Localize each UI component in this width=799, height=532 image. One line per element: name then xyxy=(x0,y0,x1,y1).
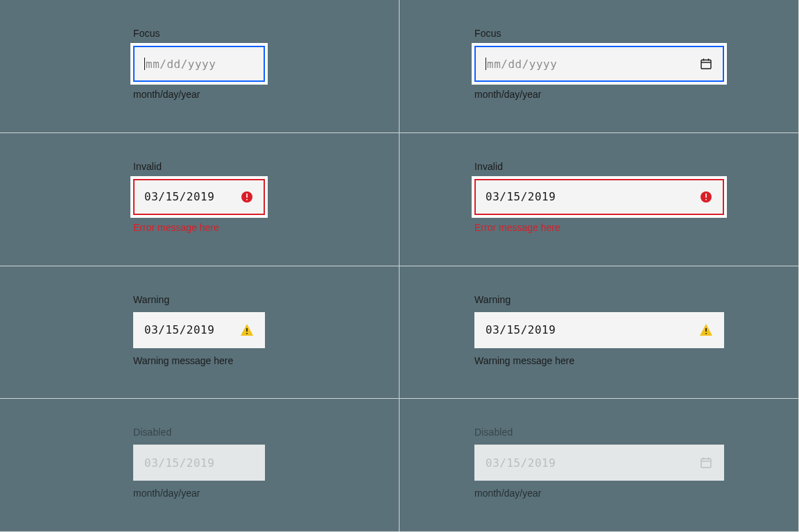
focus-calendar-cell: Focus mm/dd/yyyy month/day/year xyxy=(400,0,799,133)
svg-rect-8 xyxy=(701,459,711,468)
invalid-calendar-cell: Invalid 03/15/2019 Error message here xyxy=(400,133,799,266)
error-icon xyxy=(699,190,713,204)
date-input-placeholder: mm/dd/yyyy xyxy=(487,58,694,71)
helper-text: month/day/year xyxy=(474,488,798,499)
error-message: Error message here xyxy=(474,222,798,233)
helper-text: month/day/year xyxy=(133,488,399,499)
helper-text: month/day/year xyxy=(474,89,798,100)
helper-text: month/day/year xyxy=(133,89,399,100)
invalid-simple-cell: Invalid 03/15/2019 Error message here xyxy=(0,133,400,266)
svg-rect-0 xyxy=(701,60,711,69)
warning-icon xyxy=(240,323,254,337)
date-input-focus[interactable]: mm/dd/yyyy xyxy=(474,46,724,82)
warning-calendar-cell: Warning 03/15/2019 Warning message here xyxy=(400,266,799,400)
warning-icon xyxy=(699,323,713,337)
date-input-value: 03/15/2019 xyxy=(486,456,694,470)
field-label: Invalid xyxy=(474,161,798,172)
date-input-disabled: 03/15/2019 xyxy=(133,445,265,481)
warning-message: Warning message here xyxy=(133,355,399,366)
date-input-invalid[interactable]: 03/15/2019 xyxy=(133,179,265,215)
date-input-value: 03/15/2019 xyxy=(144,190,234,203)
disabled-calendar-cell: Disabled 03/15/2019 month/day/year xyxy=(400,399,799,532)
date-input-warning[interactable]: 03/15/2019 xyxy=(133,312,265,348)
calendar-icon[interactable] xyxy=(699,57,713,71)
field-label: Invalid xyxy=(133,161,399,172)
error-message: Error message here xyxy=(133,222,399,233)
error-icon xyxy=(240,190,254,204)
date-input-focus[interactable]: mm/dd/yyyy xyxy=(133,46,265,82)
warning-message: Warning message here xyxy=(474,355,798,366)
date-input-value: 03/15/2019 xyxy=(486,323,694,336)
text-cursor xyxy=(144,58,145,70)
field-label: Focus xyxy=(133,28,399,39)
date-input-disabled: 03/15/2019 xyxy=(474,445,724,481)
disabled-simple-cell: Disabled 03/15/2019 month/day/year xyxy=(0,399,400,532)
date-input-value: 03/15/2019 xyxy=(144,323,234,336)
field-label: Warning xyxy=(133,294,399,305)
field-label: Disabled xyxy=(133,427,399,438)
focus-simple-cell: Focus mm/dd/yyyy month/day/year xyxy=(0,0,400,133)
field-label: Warning xyxy=(474,294,798,305)
date-input-invalid[interactable]: 03/15/2019 xyxy=(474,179,724,215)
date-input-value: 03/15/2019 xyxy=(144,456,254,470)
date-input-value: 03/15/2019 xyxy=(486,190,694,203)
warning-simple-cell: Warning 03/15/2019 Warning message here xyxy=(0,266,400,400)
calendar-icon xyxy=(699,456,713,470)
date-input-placeholder: mm/dd/yyyy xyxy=(146,58,254,71)
field-label: Focus xyxy=(474,28,798,39)
date-input-warning[interactable]: 03/15/2019 xyxy=(474,312,724,348)
text-cursor xyxy=(486,58,486,70)
field-label: Disabled xyxy=(474,427,798,438)
